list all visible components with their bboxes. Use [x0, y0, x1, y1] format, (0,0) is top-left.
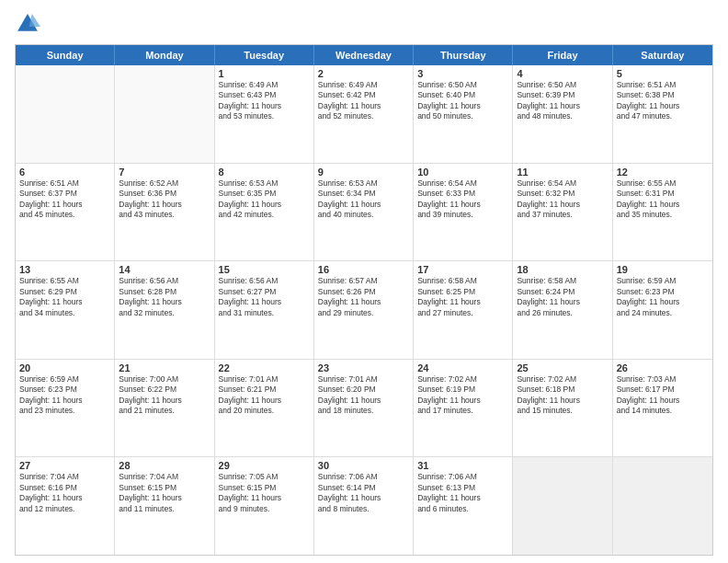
- cell-info-line: Sunrise: 6:54 AM: [517, 178, 608, 189]
- cell-info-line: Sunset: 6:33 PM: [417, 189, 508, 199]
- calendar-cell: 18Sunrise: 6:58 AMSunset: 6:24 PMDayligh…: [513, 261, 612, 359]
- cell-info-line: Sunrise: 7:04 AM: [19, 472, 110, 482]
- cell-info-line: and 43 minutes.: [119, 210, 210, 220]
- cell-info-line: Sunset: 6:39 PM: [517, 90, 608, 100]
- day-of-week-tuesday: Tuesday: [215, 45, 314, 65]
- cell-info-line: Daylight: 11 hours: [119, 396, 210, 406]
- calendar-cell: 4Sunrise: 6:50 AMSunset: 6:39 PMDaylight…: [513, 65, 612, 163]
- cell-info-line: and 20 minutes.: [219, 406, 310, 416]
- cell-info-line: Sunset: 6:42 PM: [318, 90, 409, 100]
- calendar-row: 6Sunrise: 6:51 AMSunset: 6:37 PMDaylight…: [16, 164, 712, 262]
- cell-info-line: Daylight: 11 hours: [119, 493, 210, 503]
- cell-info-line: Sunrise: 7:05 AM: [219, 472, 310, 482]
- cell-info-line: Sunset: 6:32 PM: [517, 189, 608, 199]
- day-number: 3: [417, 68, 508, 79]
- day-number: 17: [417, 264, 508, 275]
- calendar-row: 1Sunrise: 6:49 AMSunset: 6:43 PMDaylight…: [16, 65, 712, 164]
- cell-info-line: Daylight: 11 hours: [219, 396, 310, 406]
- day-number: 30: [318, 460, 409, 471]
- cell-info-line: Daylight: 11 hours: [517, 297, 608, 307]
- calendar-cell: [115, 65, 214, 163]
- calendar-header: SundayMondayTuesdayWednesdayThursdayFrid…: [16, 45, 712, 65]
- day-number: 16: [318, 264, 409, 275]
- day-number: 25: [517, 362, 608, 373]
- cell-info-line: Sunset: 6:40 PM: [417, 90, 508, 100]
- calendar-cell: [613, 457, 712, 555]
- cell-info-line: Daylight: 11 hours: [417, 493, 508, 503]
- day-number: 21: [119, 362, 210, 373]
- day-number: 6: [19, 167, 110, 178]
- cell-info-line: Sunrise: 6:53 AM: [318, 178, 409, 189]
- cell-info-line: Sunset: 6:34 PM: [318, 189, 409, 199]
- cell-info-line: Sunrise: 7:04 AM: [119, 472, 210, 482]
- day-number: 10: [417, 167, 508, 178]
- cell-info-line: Sunrise: 6:51 AM: [19, 178, 110, 189]
- cell-info-line: Sunrise: 6:50 AM: [517, 80, 608, 90]
- calendar-cell: 24Sunrise: 7:02 AMSunset: 6:19 PMDayligh…: [414, 360, 513, 457]
- cell-info-line: Daylight: 11 hours: [318, 297, 409, 307]
- cell-info-line: Sunset: 6:38 PM: [617, 90, 709, 100]
- day-number: 13: [19, 264, 110, 275]
- cell-info-line: Sunset: 6:25 PM: [417, 287, 508, 297]
- cell-info-line: Sunset: 6:17 PM: [617, 385, 709, 395]
- cell-info-line: and 12 minutes.: [19, 504, 110, 514]
- cell-info-line: Sunrise: 6:55 AM: [19, 276, 110, 286]
- cell-info-line: and 6 minutes.: [417, 504, 508, 514]
- cell-info-line: and 53 minutes.: [219, 111, 310, 121]
- cell-info-line: Daylight: 11 hours: [318, 101, 409, 111]
- cell-info-line: Daylight: 11 hours: [417, 200, 508, 210]
- cell-info-line: Daylight: 11 hours: [318, 493, 409, 503]
- day-number: 14: [119, 264, 210, 275]
- cell-info-line: Sunset: 6:23 PM: [19, 385, 110, 395]
- calendar-cell: [513, 457, 612, 555]
- cell-info-line: Daylight: 11 hours: [417, 297, 508, 307]
- cell-info-line: Sunrise: 7:06 AM: [417, 472, 508, 482]
- cell-info-line: Sunrise: 6:49 AM: [219, 80, 310, 90]
- cell-info-line: Daylight: 11 hours: [219, 101, 310, 111]
- calendar-cell: 20Sunrise: 6:59 AMSunset: 6:23 PMDayligh…: [16, 360, 115, 457]
- cell-info-line: and 42 minutes.: [219, 210, 310, 220]
- calendar-cell: 21Sunrise: 7:00 AMSunset: 6:22 PMDayligh…: [115, 360, 214, 457]
- day-number: 12: [617, 167, 709, 178]
- cell-info-line: Sunset: 6:16 PM: [19, 483, 110, 493]
- svg-marker-1: [29, 14, 40, 27]
- cell-info-line: and 26 minutes.: [517, 308, 608, 318]
- cell-info-line: and 8 minutes.: [318, 504, 409, 514]
- cell-info-line: Sunset: 6:22 PM: [119, 385, 210, 395]
- day-of-week-monday: Monday: [115, 45, 214, 65]
- calendar-cell: 23Sunrise: 7:01 AMSunset: 6:20 PMDayligh…: [314, 360, 414, 457]
- cell-info-line: Sunset: 6:35 PM: [219, 189, 310, 199]
- cell-info-line: and 24 minutes.: [617, 308, 709, 318]
- day-of-week-thursday: Thursday: [414, 45, 513, 65]
- cell-info-line: Sunset: 6:13 PM: [417, 483, 508, 493]
- calendar-cell: 25Sunrise: 7:02 AMSunset: 6:18 PMDayligh…: [513, 360, 612, 457]
- calendar-cell: 14Sunrise: 6:56 AMSunset: 6:28 PMDayligh…: [115, 261, 214, 359]
- cell-info-line: Sunrise: 7:00 AM: [119, 374, 210, 385]
- calendar-cell: 5Sunrise: 6:51 AMSunset: 6:38 PMDaylight…: [613, 65, 712, 163]
- cell-info-line: Sunset: 6:19 PM: [417, 385, 508, 395]
- calendar-cell: 9Sunrise: 6:53 AMSunset: 6:34 PMDaylight…: [314, 164, 414, 261]
- calendar-cell: 6Sunrise: 6:51 AMSunset: 6:37 PMDaylight…: [16, 164, 115, 261]
- cell-info-line: Sunrise: 6:57 AM: [318, 276, 409, 286]
- day-number: 24: [417, 362, 508, 373]
- calendar-cell: 15Sunrise: 6:56 AMSunset: 6:27 PMDayligh…: [215, 261, 314, 359]
- day-number: 9: [318, 167, 409, 178]
- cell-info-line: and 9 minutes.: [219, 504, 310, 514]
- cell-info-line: and 11 minutes.: [119, 504, 210, 514]
- cell-info-line: Sunset: 6:21 PM: [219, 385, 310, 395]
- cell-info-line: Daylight: 11 hours: [517, 200, 608, 210]
- cell-info-line: Sunset: 6:15 PM: [119, 483, 210, 493]
- cell-info-line: and 31 minutes.: [219, 308, 310, 318]
- day-number: 19: [617, 264, 709, 275]
- cell-info-line: Sunset: 6:15 PM: [219, 483, 310, 493]
- header: [15, 11, 713, 37]
- cell-info-line: Daylight: 11 hours: [119, 297, 210, 307]
- cell-info-line: Sunrise: 6:56 AM: [219, 276, 310, 286]
- calendar-cell: 1Sunrise: 6:49 AMSunset: 6:43 PMDaylight…: [215, 65, 314, 163]
- cell-info-line: Sunrise: 6:50 AM: [417, 80, 508, 90]
- cell-info-line: Sunset: 6:29 PM: [19, 287, 110, 297]
- cell-info-line: Daylight: 11 hours: [19, 297, 110, 307]
- day-number: 29: [219, 460, 310, 471]
- cell-info-line: Daylight: 11 hours: [219, 297, 310, 307]
- calendar-cell: 2Sunrise: 6:49 AMSunset: 6:42 PMDaylight…: [314, 65, 414, 163]
